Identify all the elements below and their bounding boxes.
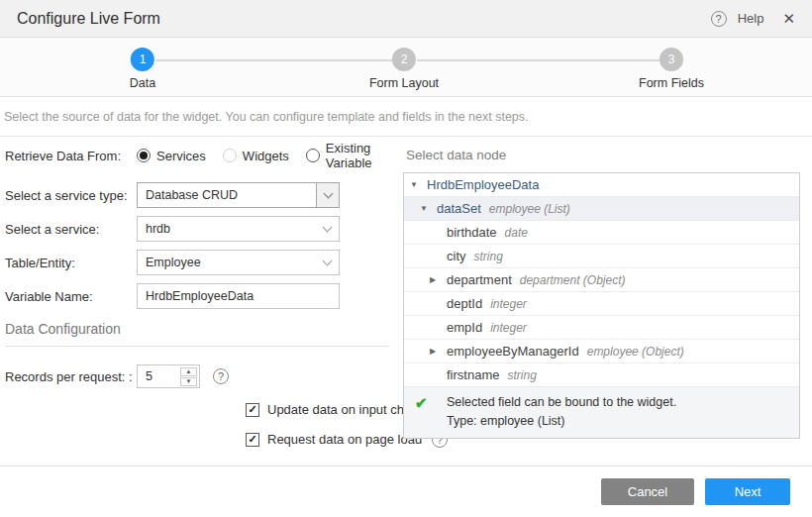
data-source-form: Retrieve Data From: ServicesWidgetsExist… [0,137,396,464]
checkbox-box[interactable]: ✓ [246,433,259,447]
radio-button[interactable] [223,149,237,162]
node-type: string [474,250,503,263]
node-name: firstname [447,367,499,382]
wizard-stepper: 1Data2Form Layout3Form Fields [0,38,812,97]
checkbox-update-data-on-input-change[interactable]: ✓Update data on input change? [246,401,396,418]
node-type: integer [490,297,527,311]
node-name: city [447,249,466,263]
radio-widgets[interactable]: Widgets [223,149,289,163]
radio-label: Widgets [243,149,289,163]
radio-button[interactable] [137,149,151,162]
cancel-button[interactable]: Cancel [601,478,694,505]
spin-up-icon[interactable]: ▲ [180,367,197,376]
data-configuration-options: ✓Update data on input change?✓Request da… [5,401,396,448]
tree-node-department[interactable]: ▶departmentdepartment (Object) [404,268,799,292]
records-per-request-stepper[interactable]: ▲ ▼ [137,364,200,388]
table-entity-label: Table/Entity: [5,256,137,270]
tree-node-deptid[interactable]: deptIdinteger [404,292,799,316]
checkbox-request-data-on-page-load[interactable]: ✓Request data on page load? [246,431,396,448]
step-number: 1 [131,48,154,71]
tree-rows: ▼HrdbEmployeeData▼dataSetemployee (List)… [404,173,799,387]
stepper-connector [155,59,392,61]
close-icon[interactable]: ✕ [782,10,795,28]
data-configuration-heading: Data Configuration [5,321,396,337]
records-per-request-input[interactable] [138,369,180,383]
node-type: employee (List) [489,202,570,216]
stepper-step-form-fields[interactable]: 3Form Fields [639,48,704,90]
section-divider [5,346,389,347]
step-label: Form Fields [639,76,704,90]
collapse-icon[interactable]: ▼ [410,180,427,189]
radio-services[interactable]: Services [137,149,206,163]
node-name: employeeByManagerId [447,344,579,359]
selected-value: hrdb [146,222,170,236]
spin-down-icon[interactable]: ▼ [180,377,197,386]
records-help-icon[interactable]: ? [213,368,229,384]
expand-icon[interactable]: ▶ [430,347,447,356]
help-link[interactable]: Help [738,11,764,26]
radio-existing-variable[interactable]: Existing Variable [306,141,396,170]
node-name: deptId [447,296,482,311]
tree-node-dataset[interactable]: ▼dataSetemployee (List) [404,197,799,221]
chevron-down-icon [323,188,333,198]
dialog-titlebar: Configure Live Form ? Help ✕ [0,0,812,38]
node-type: employee (Object) [587,345,684,359]
service-fields: Select a service type:Database CRUDSelec… [5,182,396,309]
node-name: department [447,272,512,287]
dropdown-button[interactable] [316,183,339,207]
binding-message-text: Selected field can be bound to the widge… [447,393,676,431]
configure-live-form-dialog: Configure Live Form ? Help ✕ 1Data2Form … [0,0,812,464]
node-name: birthdate [447,225,497,240]
stepper-step-form-layout[interactable]: 2Form Layout [369,48,439,90]
field-row: Select a service type:Database CRUD [5,182,396,208]
collapse-icon[interactable]: ▼ [420,204,437,213]
stepper-connector [417,59,660,61]
dialog-footer: Cancel Next [0,465,812,517]
spinner-buttons: ▲ ▼ [180,367,197,386]
select-data-node-panel: Select data node ▼HrdbEmployeeData▼dataS… [396,137,812,464]
tree-node-hrdbemployeedata[interactable]: ▼HrdbEmployeeData [404,173,799,197]
node-name: dataSet [437,201,481,216]
selected-value: Employee [146,256,201,269]
success-check-icon: ✔ [412,393,447,431]
step-number: 3 [660,48,683,71]
dialog-content: Retrieve Data From: ServicesWidgetsExist… [0,137,812,464]
radio-button[interactable] [306,149,320,162]
tree-node-city[interactable]: citystring [404,245,799,268]
records-per-request-label: Records per request: : [5,369,137,384]
radio-label: Services [156,149,206,163]
variable-name-input[interactable] [137,283,340,309]
select-data-node-title: Select data node [406,148,800,162]
node-type: department (Object) [520,273,626,287]
step-label: Form Layout [369,76,439,90]
node-name: HrdbEmployeeData [427,177,539,192]
table-entity-select[interactable]: Employee [137,250,340,275]
binding-message-line2: Type: employee (List) [447,412,676,431]
checkbox-box[interactable]: ✓ [246,403,259,417]
expand-icon[interactable]: ▶ [430,275,447,284]
help-icon[interactable]: ? [711,11,727,27]
titlebar-actions: ? Help ✕ [711,10,795,28]
next-button[interactable]: Next [705,478,790,505]
variable-name-label: Variable Name: [5,289,137,304]
retrieve-data-radio-group: ServicesWidgetsExisting Variable [137,141,396,170]
tree-node-employeebymanagerid[interactable]: ▶employeeByManagerIdemployee (Object) [404,340,799,363]
tree-node-empid[interactable]: empIdinteger [404,316,799,340]
step-description: Select the source of data for the widget… [0,97,812,137]
tree-node-firstname[interactable]: firstnamestring [404,363,799,387]
retrieve-data-from-label: Retrieve Data From: [5,149,137,163]
stepper-step-data[interactable]: 1Data [130,48,155,90]
step-label: Data [130,76,155,90]
service-type-select[interactable]: Database CRUD [137,182,340,208]
data-node-tree: ▼HrdbEmployeeData▼dataSetemployee (List)… [403,172,800,439]
retrieve-data-from-row: Retrieve Data From: ServicesWidgetsExist… [5,145,396,166]
selected-value: Database CRUD [146,188,238,202]
records-per-request-row: Records per request: : ▲ ▼ ? [5,364,396,388]
node-type: string [507,368,536,382]
step-number: 2 [392,48,416,71]
binding-message: ✔ Selected field can be bound to the wid… [404,387,799,438]
field-row: Table/Entity:Employee [5,250,396,275]
field-row: Select a service:hrdb [5,216,396,242]
service-select[interactable]: hrdb [137,216,340,242]
tree-node-birthdate[interactable]: birthdatedate [404,221,799,245]
